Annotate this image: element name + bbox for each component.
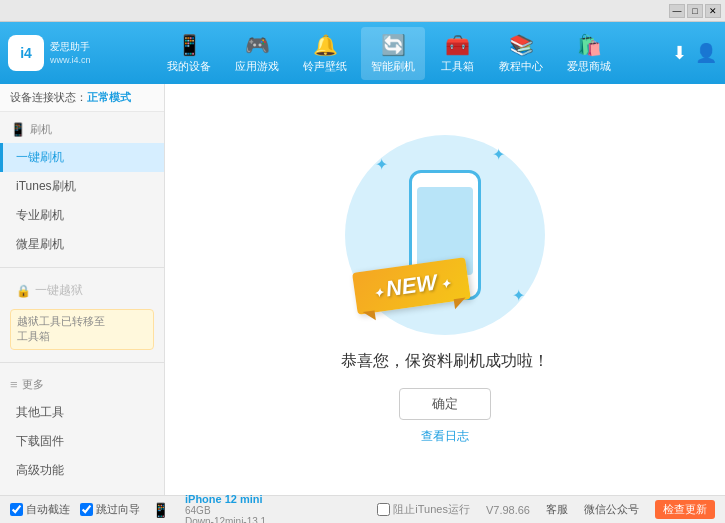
sidebar-item-jailbreak: 🔒 一键越狱: [0, 276, 164, 305]
success-text: 恭喜您，保资料刷机成功啦！: [341, 351, 549, 372]
sidebar-item-download-fw[interactable]: 下载固件: [0, 427, 164, 456]
sparkle-icon-1: ✦: [375, 155, 388, 174]
bottom-right: 阻止iTunes运行 V7.98.66 客服 微信公众号 检查更新: [377, 500, 715, 519]
nav-ringtone[interactable]: 🔔 铃声壁纸: [293, 27, 357, 80]
ringtone-icon: 🔔: [313, 33, 338, 57]
toolbox-icon: 🧰: [445, 33, 470, 57]
sidebar-divider-2: [0, 362, 164, 363]
minimize-button[interactable]: —: [669, 4, 685, 18]
phone-illustration: ✦ ✦ ✦ ✦ NEW ✦: [345, 135, 545, 335]
nav-my-device[interactable]: 📱 我的设备: [157, 27, 221, 80]
nav-store[interactable]: 🛍️ 爱思商城: [557, 27, 621, 80]
sidebar-item-one-click[interactable]: 一键刷机: [0, 143, 164, 172]
main-area: 设备连接状态：正常模式 📱 刷机 一键刷机 iTunes刷机 专业刷机 微星刷机…: [0, 84, 725, 495]
bottom-left: 自动截连 跳过向导: [10, 502, 140, 517]
user-nav-button[interactable]: 👤: [695, 42, 717, 64]
nav-tutorial[interactable]: 📚 教程中心: [489, 27, 553, 80]
auto-connect-label[interactable]: 自动截连: [10, 502, 70, 517]
check-update-button[interactable]: 检查更新: [655, 500, 715, 519]
maximize-button[interactable]: □: [687, 4, 703, 18]
download-nav-button[interactable]: ⬇: [672, 42, 687, 64]
customer-service-link[interactable]: 客服: [546, 502, 568, 517]
sidebar-flash-header: 📱 刷机: [0, 116, 164, 143]
my-device-icon: 📱: [177, 33, 202, 57]
nav-toolbox[interactable]: 🧰 工具箱: [429, 27, 485, 80]
stop-itunes: 阻止iTunes运行: [377, 502, 470, 517]
nav-app-games[interactable]: 🎮 应用游戏: [225, 27, 289, 80]
app-logo: i4 爱思助手 www.i4.cn: [8, 35, 91, 71]
lock-icon: 🔒: [16, 284, 31, 298]
nav-smart-flash[interactable]: 🔄 智能刷机: [361, 27, 425, 80]
device-icon: 📱: [152, 502, 169, 518]
logo-icon: i4: [8, 35, 44, 71]
sidebar-item-pro-flash[interactable]: 专业刷机: [0, 201, 164, 230]
app-games-icon: 🎮: [245, 33, 270, 57]
sidebar-flash-section: 📱 刷机 一键刷机 iTunes刷机 专业刷机 微星刷机: [0, 112, 164, 263]
nav-items: 📱 我的设备 🎮 应用游戏 🔔 铃声壁纸 🔄 智能刷机 🧰 工具箱 📚 教程中心…: [107, 27, 672, 80]
sparkle-icon-3: ✦: [512, 286, 525, 305]
sidebar-item-micro-flash[interactable]: 微星刷机: [0, 230, 164, 259]
sidebar-notice: 越狱工具已转移至工具箱: [10, 309, 154, 350]
version-text: V7.98.66: [486, 504, 530, 516]
sparkle-icon-2: ✦: [492, 145, 505, 164]
sidebar-more-section: ≡ 更多 其他工具 下载固件 高级功能: [0, 367, 164, 489]
stop-itunes-checkbox[interactable]: [377, 503, 390, 516]
sidebar-item-other-tools[interactable]: 其他工具: [0, 398, 164, 427]
status-bar: 设备连接状态：正常模式: [0, 84, 164, 112]
nav-right: ⬇ 👤: [672, 42, 717, 64]
close-button[interactable]: ✕: [705, 4, 721, 18]
flash-group-icon: 📱: [10, 122, 26, 137]
confirm-button[interactable]: 确定: [399, 388, 491, 420]
auto-connect-checkbox[interactable]: [10, 503, 23, 516]
store-icon: 🛍️: [577, 33, 602, 57]
sidebar-divider-1: [0, 267, 164, 268]
sidebar-jailbreak-section: 🔒 一键越狱 越狱工具已转移至工具箱: [0, 272, 164, 358]
more-group-icon: ≡: [10, 377, 18, 392]
guide-label[interactable]: 跳过向导: [80, 502, 140, 517]
logo-text: 爱思助手 www.i4.cn: [50, 40, 91, 67]
nav-bar: i4 爱思助手 www.i4.cn 📱 我的设备 🎮 应用游戏 🔔 铃声壁纸 🔄…: [0, 22, 725, 84]
view-log-link[interactable]: 查看日志: [421, 428, 469, 445]
device-info-section: 📱 iPhone 12 mini 64GB Down-12mini-13.1: [152, 493, 266, 524]
sidebar: 设备连接状态：正常模式 📱 刷机 一键刷机 iTunes刷机 专业刷机 微星刷机…: [0, 84, 165, 495]
sidebar-more-header: ≡ 更多: [0, 371, 164, 398]
wechat-link[interactable]: 微信公众号: [584, 502, 639, 517]
content-area: ✦ ✦ ✦ ✦ NEW ✦ 恭喜您，保资料刷机成功啦！ 确定: [165, 84, 725, 495]
tutorial-icon: 📚: [509, 33, 534, 57]
smart-flash-icon: 🔄: [381, 33, 406, 57]
sidebar-item-advanced[interactable]: 高级功能: [0, 456, 164, 485]
device-info: iPhone 12 mini 64GB Down-12mini-13.1: [185, 493, 266, 524]
sidebar-item-itunes[interactable]: iTunes刷机: [0, 172, 164, 201]
title-bar: — □ ✕: [0, 0, 725, 22]
guide-checkbox[interactable]: [80, 503, 93, 516]
bottom-bar: 自动截连 跳过向导 📱 iPhone 12 mini 64GB Down-12m…: [0, 495, 725, 523]
